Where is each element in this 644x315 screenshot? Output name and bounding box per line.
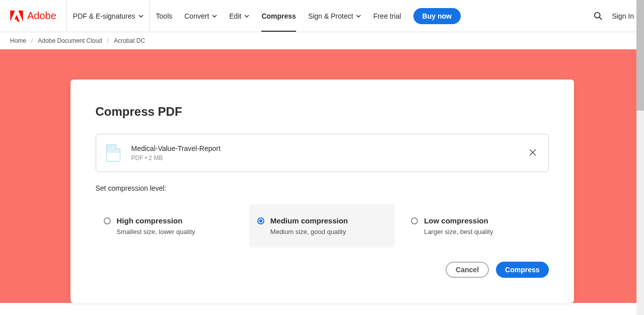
chevron-down-icon <box>138 15 144 18</box>
compression-level-label: Set compression level: <box>96 184 549 192</box>
scrollbar-thumb[interactable] <box>636 0 644 111</box>
option-title: Low compression <box>424 216 540 225</box>
option-desc: Larger size, best quality <box>424 228 540 235</box>
nav-label: PDF & E-signatures <box>73 12 135 20</box>
compression-option-low[interactable]: Low compression Larger size, best qualit… <box>403 204 548 248</box>
svg-line-1 <box>600 17 602 20</box>
file-info: Medical-Value-Travel-Report PDF • 2 MB <box>131 144 527 162</box>
breadcrumb-acrobat: Acrobat DC <box>114 37 145 44</box>
breadcrumbs: Home / Adobe Document Cloud / Acrobat DC <box>0 32 644 49</box>
remove-file-button[interactable] <box>527 146 538 161</box>
nav-label: Compress <box>261 12 296 20</box>
compress-card: Compress PDF Medical-Value-Travel-Report… <box>70 80 574 303</box>
nav-free-trial[interactable]: Free trial <box>367 0 407 32</box>
nav-tools[interactable]: Tools <box>150 0 179 32</box>
header-right: Sign In <box>594 12 634 21</box>
breadcrumb-home[interactable]: Home <box>10 37 26 44</box>
radio-high <box>104 217 111 224</box>
nav-label: Edit <box>229 12 241 20</box>
nav-convert[interactable]: Convert <box>178 0 223 32</box>
radio-low <box>411 217 418 224</box>
breadcrumb-doc-cloud[interactable]: Adobe Document Cloud <box>38 37 102 44</box>
search-icon[interactable] <box>594 12 603 21</box>
cancel-button[interactable]: Cancel <box>446 262 489 278</box>
scrollbar[interactable] <box>636 0 644 315</box>
breadcrumb-separator: / <box>107 37 109 44</box>
svg-point-0 <box>595 12 600 18</box>
breadcrumb-separator: / <box>31 37 33 44</box>
compression-option-high[interactable]: High compression Smallest size, lower qu… <box>96 204 241 248</box>
option-desc: Medium size, good quality <box>270 228 387 235</box>
main-area: Compress PDF Medical-Value-Travel-Report… <box>0 49 644 303</box>
logo-section[interactable]: Adobe <box>10 0 67 32</box>
option-title: Medium compression <box>270 216 387 225</box>
chevron-down-icon <box>356 15 361 18</box>
radio-medium <box>257 217 264 224</box>
nav-edit[interactable]: Edit <box>223 0 255 32</box>
close-icon <box>529 149 536 156</box>
option-desc: Smallest size, lower quality <box>117 228 233 235</box>
nav-label: Tools <box>156 12 173 20</box>
nav-menu: PDF & E-signatures Tools Convert Edit Co… <box>67 0 461 32</box>
file-name: Medical-Value-Travel-Report <box>131 144 527 152</box>
sign-in-link[interactable]: Sign In <box>612 12 634 20</box>
header: Adobe PDF & E-signatures Tools Convert E… <box>0 0 644 32</box>
compression-options: High compression Smallest size, lower qu… <box>96 204 549 248</box>
nav-label: Free trial <box>373 12 401 20</box>
nav-compress[interactable]: Compress <box>255 0 302 32</box>
nav-label: Sign & Protect <box>308 12 353 20</box>
buy-now-button[interactable]: Buy now <box>413 8 461 24</box>
file-meta: PDF • 2 MB <box>131 154 527 162</box>
chevron-down-icon <box>244 15 249 18</box>
compression-option-medium[interactable]: Medium compression Medium size, good qua… <box>249 204 395 248</box>
option-title: High compression <box>117 216 233 225</box>
card-title: Compress PDF <box>96 105 549 119</box>
nav-label: Convert <box>184 12 209 20</box>
card-actions: Cancel Compress <box>96 262 549 278</box>
compress-button[interactable]: Compress <box>496 262 548 278</box>
pdf-file-icon <box>106 144 120 162</box>
brand-text: Adobe <box>27 10 56 22</box>
file-box: Medical-Value-Travel-Report PDF • 2 MB <box>96 134 549 172</box>
adobe-logo-icon <box>10 11 23 22</box>
nav-pdf-esignatures[interactable]: PDF & E-signatures <box>67 0 150 32</box>
nav-sign-protect[interactable]: Sign & Protect <box>302 0 368 32</box>
chevron-down-icon <box>212 15 217 18</box>
